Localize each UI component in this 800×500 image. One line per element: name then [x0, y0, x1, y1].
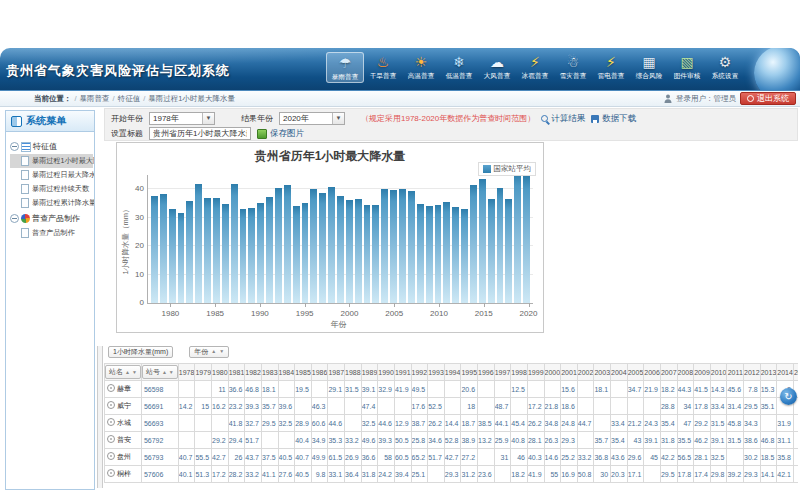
bar-1998[interactable] [328, 187, 335, 303]
toolbar-item-high-temp-survey[interactable]: ☀高温普查 [402, 52, 440, 83]
download-data-button[interactable]: 数据下载 [591, 113, 636, 125]
bar-2015[interactable] [479, 179, 486, 303]
toolbar-item-hail-survey[interactable]: ⚡冰雹普查 [516, 52, 554, 83]
year-header[interactable]: 1988 [345, 364, 362, 381]
sort-asc-icon[interactable]: ▲ [211, 349, 216, 354]
year-header[interactable]: 1981 [228, 364, 245, 381]
toolbar-item-comprehensive-risk[interactable]: ▦综合风险 [630, 52, 668, 83]
year-header[interactable]: 1991 [394, 364, 411, 381]
bar-2007[interactable] [408, 191, 415, 303]
bar-1988[interactable] [240, 209, 247, 303]
logout-button[interactable]: 退出系统 [740, 92, 796, 105]
tree-toggle-icon[interactable] [10, 214, 19, 223]
bar-1979[interactable] [160, 194, 167, 303]
bar-1981[interactable] [178, 213, 185, 303]
bar-2014[interactable] [470, 185, 477, 303]
tree-item[interactable]: 暴雨过程持续天数 [10, 182, 93, 196]
year-header[interactable]: 2008 [677, 364, 694, 381]
year-header[interactable]: 1987 [328, 364, 345, 381]
start-year-select[interactable]: 1978年 ▼ [149, 112, 215, 125]
year-header[interactable]: 2005 [627, 364, 644, 381]
year-header[interactable]: 2015 [793, 364, 798, 381]
bar-1986[interactable] [222, 204, 229, 303]
year-header[interactable]: 1985 [295, 364, 312, 381]
toolbar-item-map-review[interactable]: ▧图件审核 [668, 52, 706, 83]
chevron-down-icon[interactable]: ▼ [332, 113, 344, 124]
year-header[interactable]: 1983 [261, 364, 278, 381]
year-header[interactable]: 1995 [461, 364, 478, 381]
bar-2003[interactable] [372, 205, 379, 303]
bar-2001[interactable] [355, 199, 362, 303]
bar-2018[interactable] [505, 199, 512, 303]
breadcrumb-item[interactable]: 暴雨普查 [80, 94, 110, 103]
bar-1982[interactable] [186, 201, 193, 303]
year-header[interactable]: 1989 [361, 364, 378, 381]
bar-2009[interactable] [426, 206, 433, 303]
toolbar-item-wind-survey[interactable]: ☁大风普查 [478, 52, 516, 83]
year-header[interactable]: 2013 [760, 364, 777, 381]
bar-1990[interactable] [257, 203, 264, 303]
year-header[interactable]: 2002 [577, 364, 594, 381]
year-header[interactable]: 1986 [311, 364, 328, 381]
toolbar-item-low-temp-survey[interactable]: ❄低温普查 [440, 52, 478, 83]
station-name-cell[interactable]: 威宁 [105, 398, 142, 415]
bar-1992[interactable] [275, 188, 282, 303]
bar-1978[interactable] [151, 196, 158, 303]
tree-group[interactable]: 特征值 [10, 141, 93, 152]
floating-refresh-button[interactable]: ↻ [780, 388, 797, 405]
bar-2013[interactable] [461, 209, 468, 303]
bar-2012[interactable] [452, 207, 459, 303]
bar-2019[interactable] [514, 173, 521, 303]
year-header[interactable]: 2003 [594, 364, 611, 381]
year-header[interactable]: 2009 [694, 364, 711, 381]
chart-title-input[interactable] [149, 127, 251, 140]
bar-2000[interactable] [346, 200, 353, 303]
year-header[interactable]: 1993 [428, 364, 445, 381]
sort-desc-icon[interactable]: ▼ [132, 370, 137, 375]
station-name-cell[interactable]: 普安 [105, 432, 142, 449]
toolbar-item-rainstorm-survey[interactable]: ☂暴雨普查 [326, 52, 364, 83]
year-header[interactable]: 1990 [378, 364, 395, 381]
radio-icon[interactable] [107, 435, 115, 443]
bar-2010[interactable] [435, 205, 442, 303]
toolbar-item-lightning-survey[interactable]: ⚡雷电普查 [592, 52, 630, 83]
radio-icon[interactable] [107, 452, 115, 460]
station-name-cell[interactable]: 盘州 [105, 449, 142, 466]
bar-2006[interactable] [399, 189, 406, 303]
tree-item[interactable]: 普查产品制作 [10, 226, 93, 240]
year-header[interactable]: 1997 [494, 364, 511, 381]
year-sort-chip[interactable]: 年份 ▲ ▼ [189, 346, 229, 358]
tree-toggle-icon[interactable] [10, 142, 19, 151]
year-header[interactable]: 1998 [511, 364, 528, 381]
radio-icon[interactable] [107, 401, 115, 409]
bar-2002[interactable] [364, 205, 371, 303]
toolbar-item-snow-survey[interactable]: ☃雪灾普查 [554, 52, 592, 83]
sort-desc-icon[interactable]: ▼ [219, 349, 224, 354]
year-header[interactable]: 1982 [245, 364, 262, 381]
bar-1987[interactable] [231, 184, 238, 303]
bar-2016[interactable] [488, 199, 495, 303]
station-name-cell[interactable]: 赫章 [105, 381, 142, 398]
year-header[interactable]: 2012 [744, 364, 761, 381]
bar-1985[interactable] [213, 198, 220, 303]
year-header[interactable]: 2000 [544, 364, 561, 381]
bar-1991[interactable] [266, 197, 273, 303]
radio-icon[interactable] [107, 418, 115, 426]
bar-2008[interactable] [417, 204, 424, 303]
year-header[interactable]: 1996 [478, 364, 495, 381]
bar-1999[interactable] [337, 196, 344, 303]
field-chip[interactable]: 1小时降水量(mm) [108, 346, 173, 358]
station-name-header[interactable]: 站名▲▼ [105, 364, 142, 381]
tree-group[interactable]: 普查产品制作 [10, 213, 93, 224]
bar-1994[interactable] [293, 206, 300, 303]
tree-item[interactable]: 暴雨过程累计降水量 [10, 196, 93, 210]
panel-splitter[interactable] [97, 346, 103, 488]
calculate-button[interactable]: 计算结果 [541, 113, 585, 125]
year-header[interactable]: 1994 [444, 364, 461, 381]
bar-1993[interactable] [284, 185, 291, 303]
radio-icon[interactable] [107, 384, 115, 392]
breadcrumb-item[interactable]: 暴雨过程1小时最大降水量 [148, 94, 235, 103]
breadcrumb-item[interactable]: 特征值 [118, 94, 141, 103]
bar-1983[interactable] [195, 184, 202, 303]
year-header[interactable]: 1984 [278, 364, 295, 381]
